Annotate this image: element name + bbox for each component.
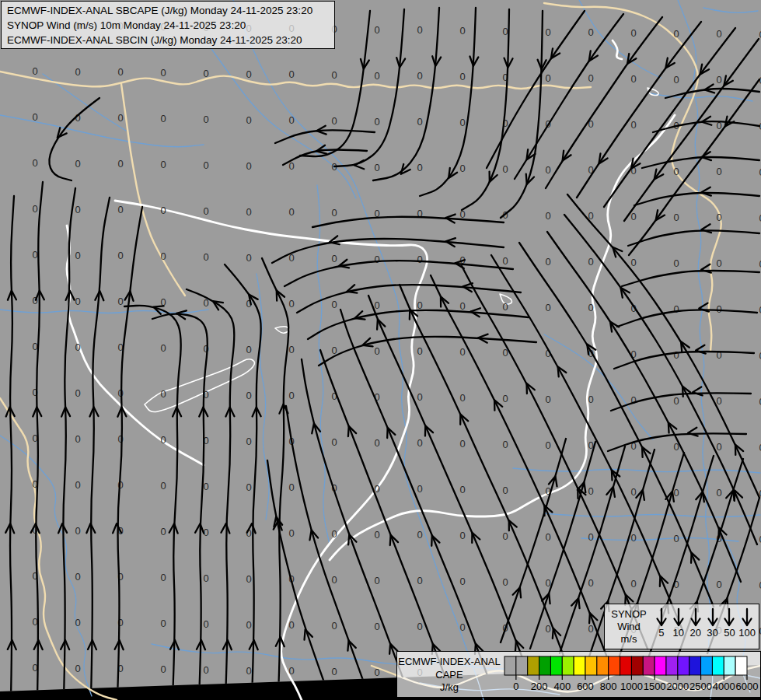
colorbar-cell [631,656,643,675]
sbcin-grid-value-label: 0 [117,66,123,78]
sbcin-grid-value-label: 0 [716,579,721,590]
sbcin-grid-value-label: 0 [673,166,679,177]
sbcin-grid-value-label: 0 [545,72,550,84]
sbcin-grid-value-label: 0 [545,623,550,635]
sbcin-grid-value-label: 0 [374,116,379,128]
sbcin-grid-value-label: 0 [374,437,379,449]
sbcin-grid-value-label: 0 [459,71,465,82]
sbcin-grid-value-label: 0 [331,528,337,540]
sbcin-grid-value-label: 0 [246,114,251,126]
synop-variable-label: Wind [605,621,653,633]
synop-speed-item: 50 [721,607,737,638]
sbcin-grid-value-label: 0 [630,394,636,406]
sbcin-grid-value-label: 0 [288,527,294,539]
synop-unit-label: m/s [605,633,653,646]
wind-down-arrow-icon [654,607,669,628]
sbcin-grid-value-label: 0 [75,66,80,78]
colorbar-cell [666,656,678,675]
sbcin-grid-value-label: 0 [117,204,123,215]
sbcin-grid-value-label: 0 [545,26,550,38]
synop-speed-label: 100 [738,628,756,638]
sbcin-grid-value-label: 0 [459,438,465,450]
sbcin-grid-value-label: 0 [75,525,80,537]
sbcin-grid-value-label: 0 [160,113,166,124]
sbcin-grid-value-label: 0 [417,70,422,82]
colorbar-cell [504,656,516,675]
synop-speed-label: 5 [658,628,664,638]
sbcin-grid-value-label: 0 [716,441,721,453]
colorbar-cell [585,656,597,675]
sbcin-grid-value-label: 0 [331,207,337,219]
map-canvas: 0000000000000000000000000000000000000000… [0,0,761,700]
colorbar-cell [516,656,528,675]
title-line-wind: SYNOP Wind (m/s) 10m Monday 24-11-2025 2… [7,18,329,33]
sbcin-grid-value-label: 0 [203,572,208,584]
sbcin-grid-value-label: 0 [502,530,508,542]
sbcin-grid-value-label: 0 [160,67,166,79]
sbcin-grid-value-label: 0 [502,576,508,588]
colorbar-tick-label: 400 [553,681,571,692]
sbcin-grid-value-label: 0 [374,162,379,173]
sbcin-grid-value-label: 0 [203,481,208,492]
colorbar-cell [724,656,735,675]
sbcin-grid-value-label: 0 [588,256,593,268]
sbcin-grid-value-label: 0 [374,70,379,82]
sbcin-grid-value-label: 0 [417,162,422,173]
sbcin-grid-value-label: 0 [417,391,422,403]
sbcin-grid-value-label: 0 [374,667,379,678]
sbcin-grid-value-label: 0 [459,163,465,174]
synop-speed-label: 10 [673,628,684,638]
wind-down-arrow-icon [671,607,686,628]
colorbar-cell [678,656,689,675]
colorbar-tick-label: 600 [577,681,594,692]
wind-down-arrow-icon [705,607,721,628]
synop-speed-item: 10 [671,607,686,638]
colorbar-tick-label: 200 [531,681,548,692]
sbcin-grid-value-label: 0 [32,341,37,352]
sbcin-grid-value-label: 0 [630,532,636,544]
sbcin-grid-value-label: 0 [117,387,123,399]
sbcin-grid-value-label: 0 [246,665,251,677]
colorbar-cell [550,656,562,675]
sbcin-grid-value-label: 0 [630,27,636,39]
colorbar-cell [609,656,620,675]
sbcin-grid-value-label: 0 [160,526,166,537]
sbcin-grid-value-label: 0 [417,621,422,632]
sbcin-grid-value-label: 0 [246,481,251,493]
sbcin-grid-value-label: 0 [288,619,294,631]
sbcin-grid-value-label: 0 [459,300,465,312]
sbcin-grid-value-label: 0 [459,117,465,128]
sbcin-grid-value-label: 0 [246,573,251,585]
sbcin-grid-value-label: 0 [160,205,166,216]
cape-legend-labels: ECMWF-INDEX-ANAL CAPE J/kg [397,652,501,695]
sbcin-grid-value-label: 0 [160,434,166,446]
sbcin-grid-value-label: 0 [331,666,337,677]
weather-map-stage: 0000000000000000000000000000000000000000… [0,0,761,700]
colorbar-cell [574,656,585,675]
sbcin-grid-value-label: 0 [630,73,636,85]
sbcin-grid-value-label: 0 [417,345,422,357]
colorbar-tick-label: 2000 [666,681,689,692]
colorbar-tick-label: 2500 [689,681,712,692]
sbcin-grid-value-label: 0 [246,390,251,401]
sbcin-grid-value-label: 0 [716,166,721,177]
sbcin-grid-value-label: 0 [374,24,379,36]
sbcin-grid-value-label: 0 [545,302,550,313]
sbcin-grid-value-label: 0 [75,387,80,399]
colorbar-cell [655,656,666,675]
sbcin-grid-value-label: 0 [160,388,166,400]
cape-legend: ECMWF-INDEX-ANAL CAPE J/kg 0200400600800… [396,651,761,698]
sbcin-grid-value-label: 0 [374,575,379,586]
sbcin-grid-value-label: 0 [459,576,465,587]
sbcin-grid-value-label: 0 [673,395,679,407]
sbcin-grid-value-label: 0 [673,349,679,361]
synop-source-label: SYNOP [605,608,653,621]
sbcin-grid-value-label: 0 [75,479,80,491]
sbcin-grid-value-label: 0 [673,74,679,86]
sbcin-grid-value-label: 0 [502,26,508,37]
sbcin-grid-value-label: 0 [288,68,294,80]
sbcin-grid-value-label: 0 [246,619,251,631]
synop-speed-label: 20 [689,628,700,638]
sbcin-grid-value-label: 0 [374,254,379,265]
sbcin-grid-value-label: 0 [117,112,123,124]
